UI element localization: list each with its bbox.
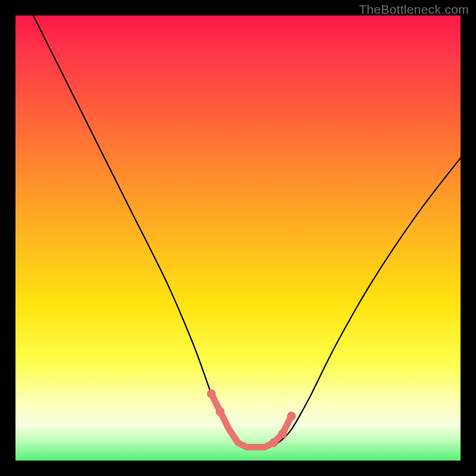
plot-area: [15, 15, 461, 461]
chart-svg: [15, 15, 461, 461]
marker-dot: [278, 430, 287, 439]
marker-dot: [207, 389, 216, 398]
bottleneck-curve: [33, 15, 461, 448]
curve-line: [33, 15, 461, 448]
marker-dot: [269, 439, 278, 447]
marker-segment: [211, 394, 292, 447]
marker-dot: [216, 407, 225, 416]
watermark-text: TheBottleneck.com: [359, 2, 469, 17]
chart-frame: TheBottleneck.com: [0, 0, 476, 476]
marker-dot: [287, 412, 296, 421]
